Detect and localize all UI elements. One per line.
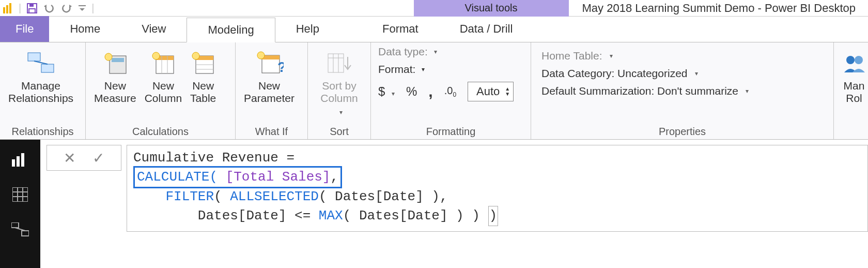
default-summarization-dropdown-icon[interactable]: ▾ [746, 87, 749, 95]
stepper-up-icon[interactable]: ▲ [505, 87, 510, 91]
contextual-tab-visual-tools[interactable]: Visual tools [414, 0, 569, 17]
group-properties: Home Table:▾ Data Category: Uncategorize… [531, 42, 834, 139]
tab-data-drill[interactable]: Data / Drill [439, 16, 534, 42]
svg-rect-0 [3, 7, 5, 13]
svg-rect-4 [29, 4, 34, 7]
chevron-down-icon: ▾ [339, 109, 343, 116]
group-security-partial: Man Rol [834, 42, 868, 139]
svg-point-26 [257, 52, 265, 59]
group-label-sort: Sort [308, 124, 370, 139]
model-view-button[interactable] [10, 219, 30, 240]
tab-modeling[interactable]: Modeling [187, 18, 275, 42]
svg-rect-6 [79, 5, 86, 6]
decimal-places-stepper[interactable]: Auto ▲▼ [468, 82, 514, 101]
percent-format-button[interactable]: % [406, 84, 417, 99]
group-sort: Sort by Column ▾ Sort [308, 42, 371, 139]
new-column-icon [151, 49, 176, 78]
group-label-calculations: Calculations [86, 124, 235, 139]
format-dropdown-icon[interactable]: ▾ [422, 66, 425, 73]
report-view-button[interactable] [10, 149, 30, 170]
qat-customize-icon[interactable] [78, 0, 86, 17]
new-measure-label: New Measure [94, 80, 136, 105]
new-column-label: New Column [145, 80, 182, 105]
group-whatif: ? New Parameter What If [236, 42, 308, 139]
redo-icon[interactable] [60, 0, 73, 17]
save-icon[interactable] [26, 0, 38, 17]
new-parameter-label: New Parameter [244, 80, 295, 105]
data-type-dropdown-icon[interactable]: ▾ [434, 48, 437, 55]
group-label-properties: Properties [531, 124, 833, 139]
sort-by-column-label: Sort by Column ▾ [316, 80, 362, 117]
svg-line-9 [34, 61, 48, 64]
formula-controls: ✕ ✓ [47, 145, 121, 171]
new-parameter-button[interactable]: ? New Parameter [240, 46, 299, 105]
svg-rect-27 [328, 54, 344, 72]
svg-line-43 [15, 228, 25, 231]
title-bar: | | Visual tools May 2018 Learning Summi… [0, 0, 868, 17]
formula-highlight: CALCULATE( [Total Sales], [133, 166, 342, 188]
manage-roles-label: Man Rol [844, 80, 865, 105]
group-calculations: New Measure New Column New Table Calcula… [86, 42, 236, 139]
data-category-dropdown-icon[interactable]: ▾ [695, 70, 698, 77]
tab-file[interactable]: File [0, 16, 49, 42]
formula-measure-name: Cumulative Revenue = [133, 150, 295, 166]
currency-format-button[interactable]: $ ▾ [378, 84, 395, 99]
left-nav [0, 140, 40, 268]
new-measure-button[interactable]: New Measure [90, 46, 141, 105]
group-label-whatif: What If [236, 124, 307, 139]
svg-rect-8 [41, 64, 54, 72]
manage-roles-button[interactable]: Man Rol [838, 46, 868, 105]
app-title: May 2018 Learning Summit Demo - Power BI… [569, 0, 868, 17]
undo-icon[interactable] [43, 0, 55, 17]
svg-rect-36 [12, 187, 28, 202]
manage-relationships-button[interactable]: Manage Relationships [4, 46, 78, 105]
svg-point-12 [105, 53, 112, 61]
decimal-places-icon: .00 [444, 85, 456, 98]
quick-access-toolbar: | | [0, 0, 94, 17]
svg-point-32 [855, 56, 863, 64]
data-type-label: Data type: [378, 46, 428, 58]
formula-bar-row: ✕ ✓ Cumulative Revenue = CALCULATE( [Tot… [40, 140, 868, 232]
tab-help[interactable]: Help [275, 16, 340, 42]
ribbon-tabs: File Home View Modeling Help Format Data… [0, 17, 868, 42]
group-formatting: Data type: ▾ Format: ▾ $ ▾ % , .00 Auto … [371, 42, 531, 139]
new-parameter-icon: ? [255, 49, 284, 78]
decimal-places-value: Auto [471, 85, 505, 98]
tab-view[interactable]: View [121, 16, 187, 42]
svg-rect-11 [112, 58, 124, 62]
app-logo-icon [3, 0, 13, 17]
new-column-button[interactable]: New Column [141, 46, 186, 105]
svg-rect-42 [22, 231, 29, 236]
new-table-icon [191, 49, 215, 78]
sort-by-column-icon [325, 49, 354, 78]
svg-rect-1 [6, 5, 8, 13]
svg-rect-33 [12, 159, 15, 167]
formula-bar[interactable]: Cumulative Revenue = CALCULATE( [Total S… [127, 145, 868, 232]
new-table-label: New Table [190, 80, 216, 105]
qat-divider-2: | [91, 0, 94, 17]
svg-point-22 [192, 52, 199, 59]
commit-formula-button[interactable]: ✓ [92, 150, 104, 167]
qat-divider: | [19, 0, 21, 17]
home-table-label: Home Table: [541, 50, 602, 62]
svg-rect-41 [11, 222, 19, 228]
sort-by-column-button[interactable]: Sort by Column ▾ [312, 46, 366, 117]
default-summarization-label: Default Summarization: Don't summarize [541, 85, 738, 97]
svg-rect-34 [17, 156, 20, 167]
manage-relationships-icon [26, 49, 56, 78]
tab-home[interactable]: Home [49, 16, 121, 42]
new-table-button[interactable]: New Table [186, 46, 220, 105]
svg-rect-2 [9, 3, 11, 13]
home-table-dropdown-icon[interactable]: ▾ [610, 52, 613, 59]
manage-roles-icon [842, 49, 866, 78]
format-label: Format: [378, 63, 415, 76]
tab-format[interactable]: Format [362, 16, 439, 42]
work-area: ✕ ✓ Cumulative Revenue = CALCULATE( [Tot… [0, 140, 868, 268]
stepper-down-icon[interactable]: ▼ [505, 92, 510, 96]
svg-point-31 [846, 56, 855, 64]
svg-rect-7 [28, 53, 40, 61]
data-view-button[interactable] [10, 184, 30, 205]
cancel-formula-button[interactable]: ✕ [64, 150, 75, 167]
svg-text:?: ? [277, 59, 284, 75]
data-category-label: Data Category: Uncategorized [541, 67, 688, 80]
